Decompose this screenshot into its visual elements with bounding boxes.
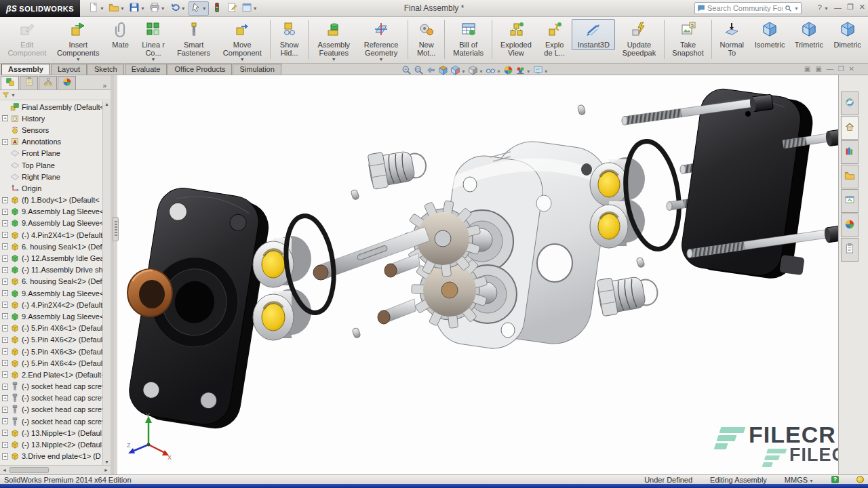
tab-sketch[interactable]: Sketch — [87, 64, 124, 75]
dropdown-arrow-icon[interactable]: ▼ — [120, 6, 125, 11]
ribbon-bill-of-materials-button[interactable]: Bill of Materials — [448, 19, 488, 58]
ribbon-instant3d-button[interactable]: Instant3D — [572, 19, 615, 50]
expand-icon[interactable]: + — [2, 407, 8, 413]
print-button[interactable]: ▼ — [148, 1, 167, 16]
dropdown-arrow-icon[interactable]: ▼ — [76, 58, 81, 62]
tree-item[interactable]: +(-) 12.Assembly Idle Gea — [0, 252, 106, 264]
tree-item[interactable]: +Origin — [0, 182, 106, 194]
ribbon-isometric-button[interactable]: Isometric — [751, 19, 789, 50]
taskpane-view-palette-button[interactable] — [841, 189, 859, 213]
tree-item[interactable]: +(-) 5.Pin 4X6<1> (Defaul — [0, 323, 106, 334]
filter-funnel-icon[interactable] — [2, 92, 9, 99]
expand-icon[interactable]: + — [2, 313, 8, 319]
expand-icon[interactable]: + — [2, 325, 8, 331]
ribbon-exploded-view-button[interactable]: Exploded View — [495, 19, 537, 58]
tree-item[interactable]: +(-) 5.Pin 4X6<2> (Defaul — [0, 334, 106, 346]
panel-tab-configuration-manager[interactable] — [39, 76, 57, 89]
tree-item[interactable]: +(-) 11.Assembly Drive sh — [0, 264, 106, 276]
tree-vertical-scrollbar[interactable]: ▲▼ — [102, 101, 111, 465]
tree-item[interactable]: +(-) 5.Pin 4X6<3> (Defaul — [0, 346, 106, 357]
panel-tab-property-manager[interactable] — [20, 76, 38, 89]
doc-restore-button[interactable]: ❐ — [838, 65, 844, 73]
view-settings-button[interactable]: ▼ — [533, 65, 549, 78]
ribbon-show-hid-button[interactable]: Show Hid... — [273, 19, 305, 58]
tree-item[interactable]: +Top Plane — [0, 159, 106, 171]
copper-bushing[interactable] — [127, 269, 172, 317]
new-document-button[interactable]: ▼ — [87, 1, 106, 16]
tree-item[interactable]: +Sensors — [0, 124, 106, 136]
scroll-up-arrow[interactable]: ▲ — [104, 102, 109, 106]
tab-assembly[interactable]: Assembly — [1, 64, 50, 75]
options-button[interactable]: ▼ — [240, 1, 259, 16]
rebuild-button[interactable] — [210, 1, 224, 16]
tab-layout[interactable]: Layout — [51, 64, 87, 75]
select-button[interactable]: ▼ — [189, 1, 209, 16]
minimize-button[interactable]: — — [834, 3, 842, 12]
tree-item[interactable]: +6. housing Seal<2> (Def — [0, 276, 106, 287]
pane-toggle-icon-1[interactable]: ▣ — [804, 65, 810, 73]
tree-horizontal-scrollbar[interactable]: ◄► — [0, 465, 111, 474]
dropdown-arrow-icon[interactable]: ▼ — [181, 6, 186, 11]
expand-icon[interactable]: + — [2, 442, 8, 448]
dropdown-arrow-icon[interactable]: ▼ — [379, 58, 384, 62]
tree-item[interactable]: +AAnnotations — [0, 136, 106, 148]
taskpane-home-button[interactable] — [841, 116, 859, 140]
taskpane-solidworks-resources-button[interactable] — [841, 92, 859, 115]
scroll-down-arrow[interactable]: ▼ — [104, 460, 109, 464]
ribbon-assembly-features-button[interactable]: Assembly Features▼ — [311, 19, 356, 62]
dropdown-arrow-icon[interactable]: ▼ — [151, 58, 156, 62]
dropdown-arrow-icon[interactable]: ▼ — [100, 6, 104, 11]
nipple-fitting-2[interactable] — [596, 270, 660, 317]
expand-icon[interactable]: + — [2, 360, 8, 366]
tree-item[interactable]: +(-) 4.Pin2X4<2> (Default — [0, 299, 106, 310]
nipple-fitting-1[interactable] — [367, 145, 429, 190]
tree-item[interactable]: +Right Plane — [0, 171, 106, 182]
display-style-button[interactable]: ▼ — [468, 65, 484, 78]
scrollbar-thumb[interactable] — [9, 467, 49, 473]
dropdown-arrow-icon[interactable]: ▼ — [496, 69, 501, 74]
ribbon-take-snapshot-button[interactable]: 5Take Snapshot — [667, 19, 708, 58]
undo-button[interactable]: ▼ — [168, 1, 187, 16]
doc-minimize-button[interactable]: — — [827, 65, 833, 73]
ribbon-trimetric-button[interactable]: Trimetric — [790, 19, 827, 50]
ribbon-move-component-button[interactable]: Move Component▼ — [218, 19, 267, 62]
expand-icon[interactable]: + — [2, 418, 8, 424]
search-icon[interactable] — [785, 5, 792, 12]
doc-close-button[interactable]: ✕ — [849, 65, 854, 73]
tree-item[interactable]: +9.Assembly Lag Sleeve< — [0, 206, 106, 218]
dropdown-arrow-icon[interactable]: ▼ — [240, 58, 245, 62]
open-button[interactable]: ▼ — [107, 1, 126, 16]
dropdown-arrow-icon[interactable]: ▼ — [140, 6, 145, 11]
dowel-pin-2[interactable] — [352, 327, 361, 338]
expand-icon[interactable]: + — [2, 384, 8, 390]
panel-splitter-handle[interactable] — [113, 217, 119, 241]
previous-view-button[interactable] — [426, 65, 436, 78]
community-search[interactable]: Search Community Forum ▼ — [694, 2, 802, 14]
dropdown-arrow-icon[interactable]: ▼ — [161, 6, 165, 11]
tree-item[interactable]: +History — [0, 113, 106, 124]
lag-sleeve-2[interactable] — [253, 289, 311, 340]
ribbon-update-speedpak-button[interactable]: Update Speedpak — [616, 19, 661, 58]
restore-button[interactable]: ❐ — [847, 3, 854, 12]
graphics-area[interactable]: Y Z X FILECR .com FILECR .com — [117, 75, 838, 474]
panel-tabs-overflow[interactable]: » — [102, 82, 106, 89]
expand-icon[interactable]: + — [2, 220, 8, 226]
expand-icon[interactable]: + — [2, 243, 8, 249]
expand-icon[interactable]: + — [2, 290, 8, 296]
status-help-icon[interactable]: ? — [831, 476, 839, 483]
scroll-left-arrow[interactable]: ◄ — [2, 468, 7, 472]
tree-item[interactable]: +(-) socket head cap screv — [0, 404, 106, 415]
search-scope-dropdown[interactable]: ▼ — [794, 6, 799, 11]
panel-tab-feature-manager[interactable] — [1, 76, 19, 89]
tree-item[interactable]: +9.Assembly Lag Sleeve< — [0, 287, 106, 299]
view-orientation-button[interactable]: ▼ — [450, 65, 466, 78]
expand-icon[interactable]: + — [2, 232, 8, 238]
section-view-button[interactable] — [438, 65, 448, 78]
expand-icon[interactable]: + — [2, 139, 8, 145]
expand-icon[interactable]: + — [2, 395, 8, 401]
tree-item[interactable]: +6. housing Seal<1> (Def — [0, 241, 106, 252]
expand-icon[interactable]: + — [2, 267, 8, 273]
expand-icon[interactable]: + — [2, 115, 8, 121]
ribbon-explo-de-l-button[interactable]: Explo de L... — [538, 19, 570, 58]
tree-item[interactable]: +9.Assembly Lag Sleeve< — [0, 218, 106, 229]
